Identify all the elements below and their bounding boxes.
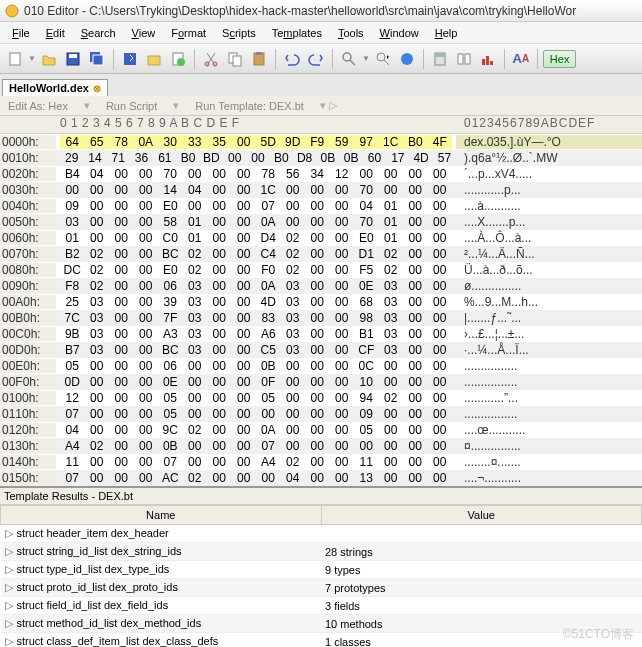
template-header: Template Results - DEX.bt xyxy=(0,488,642,505)
hex-mode-button[interactable]: Hex xyxy=(543,50,577,68)
template-row[interactable]: ▷struct class_def_item_list dex_class_de… xyxy=(1,633,642,648)
byte-columns: 0 1 2 3 4 5 6 7 8 9 A B C D E F xyxy=(56,116,456,133)
hex-row[interactable]: 00F0h:0D0000000E0000000F00000010000000..… xyxy=(0,374,642,390)
new-button[interactable] xyxy=(4,48,26,70)
menubar: File Edit Search View Format Scripts Tem… xyxy=(0,22,642,44)
watermark: ©51CTO博客 xyxy=(563,626,634,643)
saveas-button[interactable] xyxy=(119,48,141,70)
menu-view[interactable]: View xyxy=(124,24,164,42)
hex-row[interactable]: 0140h:1100000007000000A402000011000000..… xyxy=(0,454,642,470)
svg-rect-1 xyxy=(10,53,20,65)
find-button[interactable] xyxy=(338,48,360,70)
hex-row[interactable]: 0060h:01000000C0010000D4020000E0010000..… xyxy=(0,230,642,246)
hex-row[interactable]: 00C0h:9B030000A3030000A6030000B1030000›.… xyxy=(0,326,642,342)
separator xyxy=(113,49,114,69)
template-row[interactable]: ▷struct type_id_list dex_type_ids9 types xyxy=(1,561,642,579)
hex-row[interactable]: 0110h:07000000050000000000000009000000..… xyxy=(0,406,642,422)
hex-row[interactable]: 0080h:DC020000E0020000F0020000F5020000Ü.… xyxy=(0,262,642,278)
cut-button[interactable] xyxy=(200,48,222,70)
copy-button[interactable] xyxy=(224,48,246,70)
menu-window[interactable]: Window xyxy=(372,24,427,42)
hex-row[interactable]: 0070h:B2020000BC020000C4020000D1020000².… xyxy=(0,246,642,262)
col-value[interactable]: Value xyxy=(321,506,642,525)
goto-button[interactable] xyxy=(372,48,394,70)
svg-rect-19 xyxy=(436,54,444,57)
hex-row[interactable]: 0050h:03000000580100000A00000070010000..… xyxy=(0,214,642,230)
separator xyxy=(332,49,333,69)
revert-button[interactable] xyxy=(167,48,189,70)
bookmark-button[interactable] xyxy=(396,48,418,70)
hex-row[interactable]: 0040h:09000000E00000000700000004010000..… xyxy=(0,198,642,214)
edit-as-label[interactable]: Edit As: Hex xyxy=(8,100,68,112)
redo-button[interactable] xyxy=(305,48,327,70)
tabbar: HelloWorld.dex ⊗ xyxy=(0,74,642,96)
save-button[interactable] xyxy=(62,48,84,70)
template-row[interactable]: ▷struct string_id_list dex_string_ids28 … xyxy=(1,543,642,561)
menu-format[interactable]: Format xyxy=(163,24,214,42)
hex-row[interactable]: 00E0h:05000000060000000B0000000C000000..… xyxy=(0,358,642,374)
menu-search[interactable]: Search xyxy=(73,24,124,42)
dropdown-icon[interactable]: ▼ xyxy=(28,54,36,63)
titlebar: 010 Editor - C:\Users\Tryking\Desktop\hi… xyxy=(0,0,642,22)
file-tab[interactable]: HelloWorld.dex ⊗ xyxy=(2,79,108,96)
svg-rect-22 xyxy=(482,59,485,65)
hex-row[interactable]: 0030h:00000000140400001C00000070000000..… xyxy=(0,182,642,198)
hex-row[interactable]: 0100h:12000000050000000500000094020000..… xyxy=(0,390,642,406)
hex-row[interactable]: 0000h:6465780A303335005D9DF959971CB04Fde… xyxy=(0,134,642,150)
template-row[interactable]: ▷struct proto_id_list dex_proto_ids7 pro… xyxy=(1,579,642,597)
ascii-columns: 0123456789ABCDEF xyxy=(456,116,642,133)
saveall-button[interactable] xyxy=(86,48,108,70)
menu-file[interactable]: File xyxy=(4,24,38,42)
menu-templates[interactable]: Templates xyxy=(264,24,330,42)
template-row[interactable]: ▷struct field_id_list dex_field_ids3 fie… xyxy=(1,597,642,615)
separator xyxy=(194,49,195,69)
svg-rect-6 xyxy=(124,53,136,65)
template-row[interactable]: ▷struct header_item dex_header xyxy=(1,525,642,543)
hex-row[interactable]: 00D0h:B7030000BC030000C5030000CF030000·.… xyxy=(0,342,642,358)
hex-row[interactable]: 0130h:A40200000B0000000700000000000000¤.… xyxy=(0,438,642,454)
svg-point-8 xyxy=(177,58,185,66)
col-name[interactable]: Name xyxy=(1,506,322,525)
svg-point-9 xyxy=(205,62,209,66)
hex-row[interactable]: 0150h:07000000AC0200000004000013000000..… xyxy=(0,470,642,486)
menu-scripts[interactable]: Scripts xyxy=(214,24,264,42)
svg-point-15 xyxy=(343,53,351,61)
hex-row[interactable]: 0090h:F8020000060300000A0300000E030000ø.… xyxy=(0,278,642,294)
separator xyxy=(504,49,505,69)
svg-rect-24 xyxy=(490,61,493,65)
run-script-label[interactable]: Run Script xyxy=(106,100,157,112)
hex-row[interactable]: 0020h:B4040000700000007856341200000000´.… xyxy=(0,166,642,182)
close-icon[interactable]: ⊗ xyxy=(93,83,101,94)
compare-button[interactable] xyxy=(453,48,475,70)
open-button[interactable] xyxy=(38,48,60,70)
paste-button[interactable] xyxy=(248,48,270,70)
svg-rect-23 xyxy=(486,56,489,65)
hex-editor[interactable]: 0000h:6465780A303335005D9DF959971CB04Fde… xyxy=(0,134,642,486)
template-table[interactable]: Name Value ▷struct header_item dex_heade… xyxy=(0,505,642,647)
calc-button[interactable] xyxy=(429,48,451,70)
dropdown-icon[interactable]: ▼ xyxy=(362,54,370,63)
hex-row[interactable]: 0010h:2914713661B0BD0000B0D80B0B60174D57… xyxy=(0,150,642,166)
separator xyxy=(275,49,276,69)
hex-row[interactable]: 00A0h:25030000390300004D03000068030000%.… xyxy=(0,294,642,310)
hist-button[interactable] xyxy=(477,48,499,70)
menu-edit[interactable]: Edit xyxy=(38,24,73,42)
toolbar: ▼ ▼ AA Hex xyxy=(0,44,642,74)
svg-rect-21 xyxy=(465,54,470,64)
svg-rect-5 xyxy=(93,55,103,65)
undo-button[interactable] xyxy=(281,48,303,70)
run-template-label[interactable]: Run Template: DEX.bt xyxy=(195,100,304,112)
app-icon xyxy=(4,3,20,19)
svg-rect-3 xyxy=(69,54,77,58)
hex-row[interactable]: 00B0h:7C0300007F0300008303000098030000|.… xyxy=(0,310,642,326)
font-button[interactable]: AA xyxy=(510,48,532,70)
svg-rect-14 xyxy=(256,52,262,55)
export-button[interactable] xyxy=(143,48,165,70)
hex-row[interactable]: 0120h:040000009C0200000A00000005000000..… xyxy=(0,422,642,438)
svg-point-0 xyxy=(6,5,18,17)
svg-point-16 xyxy=(377,53,385,61)
menu-tools[interactable]: Tools xyxy=(330,24,372,42)
separator xyxy=(423,49,424,69)
menu-help[interactable]: Help xyxy=(427,24,466,42)
template-row[interactable]: ▷struct method_id_list dex_method_ids10 … xyxy=(1,615,642,633)
